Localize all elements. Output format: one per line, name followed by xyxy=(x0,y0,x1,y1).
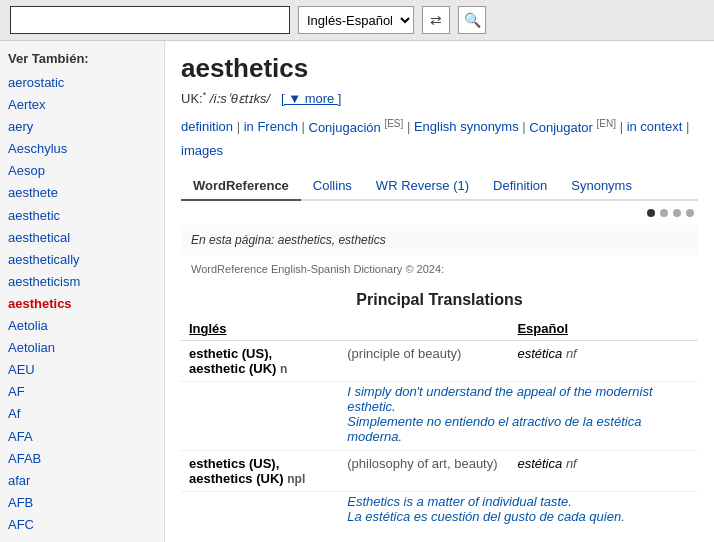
sidebar-item-afa[interactable]: AFA xyxy=(8,426,156,448)
conjugator-badge: [EN] xyxy=(597,117,616,128)
sidebar-item-af2[interactable]: Af xyxy=(8,403,156,425)
link-conjugacion[interactable]: Conjugación [ES] xyxy=(309,120,404,135)
link-conjugator[interactable]: Conjugator [EN] xyxy=(529,120,616,135)
table-row: esthetics (US),aesthetics (UK) npl (phil… xyxy=(181,451,698,492)
example-row-1: I simply don't understand the appeal of … xyxy=(181,382,698,451)
sidebar-item-aesthetic[interactable]: aesthetic xyxy=(8,205,156,227)
dots-row xyxy=(181,209,698,217)
principal-translations-title: Principal Translations xyxy=(181,291,698,309)
col-ingles: Inglés xyxy=(181,317,339,341)
sidebar-item-aesthetical[interactable]: aesthetical xyxy=(8,227,156,249)
word-cell-2: esthetics (US),aesthetics (UK) npl xyxy=(181,451,339,492)
swap-language-button[interactable]: ⇄ xyxy=(422,6,450,34)
sidebar: Ver También: aerostatic Aertex aery Aesc… xyxy=(0,41,165,542)
word-cell-1: esthetic (US),aesthetic (UK) n xyxy=(181,341,339,382)
sidebar-item-afab[interactable]: AFAB xyxy=(8,448,156,470)
search-icon: 🔍 xyxy=(464,12,481,28)
sidebar-item-afc[interactable]: AFC xyxy=(8,514,156,536)
sidebar-item-afb[interactable]: AFB xyxy=(8,492,156,514)
tab-wordreference[interactable]: WordReference xyxy=(181,172,301,201)
sidebar-item-aestheticism[interactable]: aestheticism xyxy=(8,271,156,293)
sidebar-item-aesthetics[interactable]: aesthetics xyxy=(8,293,156,315)
page-info: En esta página: aesthetics, esthetics xyxy=(181,225,698,255)
pronunc-sup: * xyxy=(203,90,207,100)
language-select[interactable]: Inglés-Español Español-Inglés Inglés-Fra… xyxy=(298,6,414,34)
swap-icon: ⇄ xyxy=(430,12,442,28)
link-in-french[interactable]: in French xyxy=(244,120,298,135)
dot-3 xyxy=(673,209,681,217)
search-input[interactable] xyxy=(10,6,290,34)
main-layout: Ver También: aerostatic Aertex aery Aesc… xyxy=(0,41,714,542)
sidebar-item-aeu[interactable]: AEU xyxy=(8,359,156,381)
pronunc-ipa: /iːsˈθɛtɪks/ xyxy=(210,91,270,106)
links-row: definition | in French | Conjugación [ES… xyxy=(181,114,698,162)
link-definition[interactable]: definition xyxy=(181,120,233,135)
trans-cell-1: estética nf xyxy=(509,341,698,382)
tab-definition[interactable]: Definition xyxy=(481,172,559,201)
sidebar-item-afar[interactable]: afar xyxy=(8,470,156,492)
sidebar-item-aerostatic[interactable]: aerostatic xyxy=(8,72,156,94)
dot-4 xyxy=(686,209,694,217)
dot-2 xyxy=(660,209,668,217)
copyright-line: WordReference English-Spanish Dictionary… xyxy=(181,259,698,283)
example-en-1: I simply don't understand the appeal of … xyxy=(347,384,690,414)
link-english-synonyms[interactable]: English synonyms xyxy=(414,120,519,135)
tabs-bar: WordReference Collins WR Reverse (1) Def… xyxy=(181,172,698,201)
tab-synonyms[interactable]: Synonyms xyxy=(559,172,644,201)
sidebar-item-aesop[interactable]: Aesop xyxy=(8,160,156,182)
translation-table: Inglés Español esthetic (US),aesthetic (… xyxy=(181,317,698,530)
col-espanol: Español xyxy=(509,317,698,341)
sidebar-item-af[interactable]: AF xyxy=(8,381,156,403)
sidebar-item-aetolian[interactable]: Aetolian xyxy=(8,337,156,359)
content-area: aesthetics UK:* /iːsˈθɛtɪks/ [ ▼ more ] … xyxy=(165,41,714,542)
sidebar-item-aetolia[interactable]: Aetolia xyxy=(8,315,156,337)
col-meaning xyxy=(339,317,509,341)
dot-1 xyxy=(647,209,655,217)
table-row: esthetic (US),aesthetic (UK) n (principl… xyxy=(181,341,698,382)
sidebar-item-aeschylus[interactable]: Aeschylus xyxy=(8,138,156,160)
word-title: aesthetics xyxy=(181,53,698,84)
sidebar-item-aertex[interactable]: Aertex xyxy=(8,94,156,116)
example-es-1: Simplemente no entiendo el atractivo de … xyxy=(347,414,690,444)
example-row-2: Esthetics is a matter of individual tast… xyxy=(181,492,698,531)
conjugacion-badge: [ES] xyxy=(384,117,403,128)
also-label: Ver También: xyxy=(8,51,156,66)
meaning-cell-1: (principle of beauty) xyxy=(339,341,509,382)
trans-cell-2: estética nf xyxy=(509,451,698,492)
tab-collins[interactable]: Collins xyxy=(301,172,364,201)
link-in-context[interactable]: in context xyxy=(627,120,683,135)
meaning-cell-2: (philosophy of art, beauty) xyxy=(339,451,509,492)
top-bar: Inglés-Español Español-Inglés Inglés-Fra… xyxy=(0,0,714,41)
example-es-2: La estética es cuestión del gusto de cad… xyxy=(347,509,690,524)
tab-wr-reverse[interactable]: WR Reverse (1) xyxy=(364,172,481,201)
pronunciation: UK:* /iːsˈθɛtɪks/ [ ▼ more ] xyxy=(181,90,698,106)
search-button[interactable]: 🔍 xyxy=(458,6,486,34)
link-images[interactable]: images xyxy=(181,143,223,158)
example-en-2: Esthetics is a matter of individual tast… xyxy=(347,494,690,509)
more-link[interactable]: [ ▼ more ] xyxy=(281,91,342,106)
sidebar-item-aesthete[interactable]: aesthete xyxy=(8,182,156,204)
sidebar-item-aesthetically[interactable]: aesthetically xyxy=(8,249,156,271)
sidebar-item-aery[interactable]: aery xyxy=(8,116,156,138)
